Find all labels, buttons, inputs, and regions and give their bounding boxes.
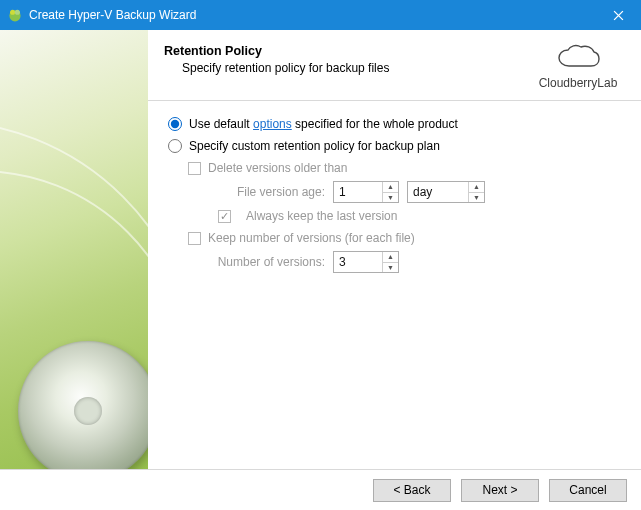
- delete-versions-older-checkbox[interactable]: [188, 162, 201, 175]
- keep-number-versions-label: Keep number of versions (for each file): [208, 231, 415, 245]
- file-version-age-unit-select[interactable]: day ▲▼: [407, 181, 485, 203]
- number-of-versions-label: Number of versions:: [210, 255, 325, 269]
- chevron-up-icon[interactable]: ▲: [383, 252, 398, 263]
- svg-point-1: [10, 10, 15, 15]
- always-keep-last-label: Always keep the last version: [246, 209, 397, 223]
- back-button[interactable]: < Back: [373, 479, 451, 502]
- chevron-down-icon[interactable]: ▼: [383, 263, 398, 273]
- keep-number-versions-checkbox[interactable]: [188, 232, 201, 245]
- radio-specify-custom[interactable]: Specify custom retention policy for back…: [168, 139, 619, 153]
- page-title: Retention Policy: [164, 44, 537, 58]
- chevron-down-icon[interactable]: ▼: [469, 193, 484, 203]
- svg-point-2: [14, 10, 19, 15]
- wizard-sidebar: [0, 30, 148, 469]
- number-of-versions-stepper[interactable]: 3 ▲▼: [333, 251, 399, 273]
- wizard-footer: < Back Next > Cancel: [0, 470, 641, 510]
- chevron-up-icon[interactable]: ▲: [469, 182, 484, 193]
- main-panel: Retention Policy Specify retention polic…: [148, 30, 641, 469]
- next-button[interactable]: Next >: [461, 479, 539, 502]
- app-icon: [6, 7, 23, 24]
- cancel-button[interactable]: Cancel: [549, 479, 627, 502]
- keep-number-versions-row: Keep number of versions (for each file): [188, 231, 619, 245]
- brand-logo: CloudberryLab: [537, 44, 619, 90]
- radio-use-default-input[interactable]: [168, 117, 182, 131]
- delete-versions-older-row: Delete versions older than: [188, 161, 619, 175]
- delete-versions-older-label: Delete versions older than: [208, 161, 347, 175]
- chevron-down-icon[interactable]: ▼: [383, 193, 398, 203]
- custom-options: Delete versions older than File version …: [188, 161, 619, 273]
- chevron-up-icon[interactable]: ▲: [383, 182, 398, 193]
- titlebar: Create Hyper-V Backup Wizard: [0, 0, 641, 30]
- client-area: Retention Policy Specify retention polic…: [0, 30, 641, 470]
- radio-use-default[interactable]: Use default options specified for the wh…: [168, 117, 619, 131]
- radio-specify-custom-input[interactable]: [168, 139, 182, 153]
- default-options-link[interactable]: options: [253, 117, 292, 131]
- separator: [148, 100, 641, 101]
- always-keep-last-checkbox[interactable]: [218, 210, 231, 223]
- close-button[interactable]: [595, 0, 641, 30]
- window-title: Create Hyper-V Backup Wizard: [29, 8, 595, 22]
- file-version-age-stepper[interactable]: 1 ▲▼: [333, 181, 399, 203]
- page-subtitle: Specify retention policy for backup file…: [182, 61, 537, 75]
- brand-name: CloudberryLab: [537, 76, 619, 90]
- file-version-age-label: File version age:: [210, 185, 325, 199]
